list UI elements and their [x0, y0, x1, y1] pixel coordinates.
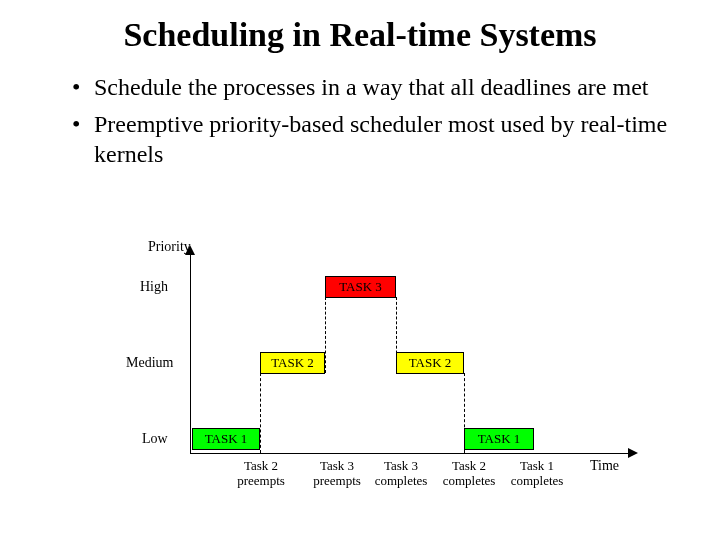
event-anno: Task 1 completes [504, 459, 570, 489]
bullet-item: Schedule the processes in a way that all… [72, 72, 672, 103]
y-axis [190, 251, 191, 453]
arrow-right-icon [628, 448, 638, 458]
event-line1: Task 2 [452, 458, 486, 473]
event-line1: Task 3 [320, 458, 354, 473]
bullet-list: Schedule the processes in a way that all… [0, 54, 720, 170]
priority-high-label: High [140, 279, 168, 295]
x-axis [190, 453, 630, 454]
event-line1: Task 3 [384, 458, 418, 473]
arrow-up-icon [185, 245, 195, 255]
event-line2: completes [375, 473, 428, 488]
event-line2: preempts [237, 473, 285, 488]
guide-line [325, 297, 326, 373]
task1-segment-2: TASK 1 [464, 428, 534, 450]
task2-segment-1: TASK 2 [260, 352, 325, 374]
task1-segment-1: TASK 1 [192, 428, 260, 450]
priority-medium-label: Medium [126, 355, 173, 371]
event-anno: Task 3 preempts [304, 459, 370, 489]
page-title: Scheduling in Real-time Systems [0, 0, 720, 54]
task3-segment: TASK 3 [325, 276, 396, 298]
event-line2: completes [443, 473, 496, 488]
event-line1: Task 1 [520, 458, 554, 473]
event-anno: Task 2 completes [436, 459, 502, 489]
x-axis-label: Time [590, 458, 619, 474]
priority-diagram: Priority High Medium Low TASK 1 TASK 2 T… [120, 245, 680, 525]
task2-segment-2: TASK 2 [396, 352, 464, 374]
bullet-item: Preemptive priority-based scheduler most… [72, 109, 672, 170]
guide-line [260, 373, 261, 453]
event-line1: Task 2 [244, 458, 278, 473]
event-line2: completes [511, 473, 564, 488]
event-line2: preempts [313, 473, 361, 488]
event-anno: Task 2 preempts [228, 459, 294, 489]
event-anno: Task 3 completes [368, 459, 434, 489]
priority-low-label: Low [142, 431, 168, 447]
